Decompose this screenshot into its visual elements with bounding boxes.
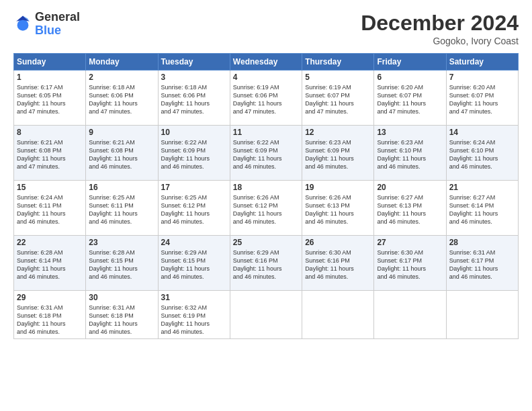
logo-icon <box>13 15 32 34</box>
day-number: 25 <box>233 238 299 247</box>
calendar-cell <box>374 291 446 339</box>
day-number: 19 <box>305 183 371 192</box>
calendar-header-row: SundayMondayTuesdayWednesdayThursdayFrid… <box>14 54 519 71</box>
header: General Blue December 2024 Gogoko, Ivory… <box>13 11 519 46</box>
logo-text: General Blue <box>35 11 80 38</box>
day-number: 22 <box>17 238 83 247</box>
cell-info: Sunrise: 6:24 AMSunset: 6:10 PMDaylight:… <box>449 139 498 170</box>
day-number: 10 <box>161 128 227 137</box>
day-number: 2 <box>89 73 154 82</box>
calendar-cell: 5Sunrise: 6:19 AMSunset: 6:07 PMDaylight… <box>302 71 374 126</box>
cell-info: Sunrise: 6:21 AMSunset: 6:08 PMDaylight:… <box>17 139 66 170</box>
cell-info: Sunrise: 6:18 AMSunset: 6:06 PMDaylight:… <box>161 84 210 115</box>
cell-info: Sunrise: 6:27 AMSunset: 6:13 PMDaylight:… <box>377 194 426 225</box>
cell-info: Sunrise: 6:22 AMSunset: 6:09 PMDaylight:… <box>233 139 282 170</box>
day-number: 9 <box>89 128 154 137</box>
day-number: 24 <box>161 238 227 247</box>
calendar-cell <box>446 291 518 339</box>
day-number: 28 <box>449 238 515 247</box>
day-header-thursday: Thursday <box>302 54 374 71</box>
calendar-cell: 23Sunrise: 6:28 AMSunset: 6:15 PMDayligh… <box>86 236 158 291</box>
calendar-cell: 15Sunrise: 6:24 AMSunset: 6:11 PMDayligh… <box>14 181 86 236</box>
day-number: 30 <box>89 293 154 302</box>
day-number: 7 <box>449 73 515 82</box>
day-number: 21 <box>449 183 515 192</box>
cell-info: Sunrise: 6:18 AMSunset: 6:06 PMDaylight:… <box>89 84 138 115</box>
cell-info: Sunrise: 6:32 AMSunset: 6:19 PMDaylight:… <box>161 304 210 335</box>
day-number: 5 <box>305 73 371 82</box>
day-number: 31 <box>161 293 227 302</box>
calendar-cell: 30Sunrise: 6:31 AMSunset: 6:18 PMDayligh… <box>86 291 158 339</box>
cell-info: Sunrise: 6:25 AMSunset: 6:12 PMDaylight:… <box>161 194 210 225</box>
logo-blue: Blue <box>35 24 80 38</box>
day-number: 8 <box>17 128 83 137</box>
day-header-friday: Friday <box>374 54 446 71</box>
day-number: 11 <box>233 128 299 137</box>
calendar-cell: 11Sunrise: 6:22 AMSunset: 6:09 PMDayligh… <box>230 126 302 181</box>
calendar-cell: 6Sunrise: 6:20 AMSunset: 6:07 PMDaylight… <box>374 71 446 126</box>
cell-info: Sunrise: 6:26 AMSunset: 6:13 PMDaylight:… <box>305 194 354 225</box>
cell-info: Sunrise: 6:25 AMSunset: 6:11 PMDaylight:… <box>89 194 138 225</box>
day-number: 6 <box>377 73 443 82</box>
calendar-cell <box>230 291 302 339</box>
calendar-cell: 21Sunrise: 6:27 AMSunset: 6:14 PMDayligh… <box>446 181 518 236</box>
cell-info: Sunrise: 6:29 AMSunset: 6:15 PMDaylight:… <box>161 249 210 280</box>
logo: General Blue <box>13 11 80 38</box>
cell-info: Sunrise: 6:24 AMSunset: 6:11 PMDaylight:… <box>17 194 66 225</box>
cell-info: Sunrise: 6:31 AMSunset: 6:18 PMDaylight:… <box>17 304 66 335</box>
subtitle: Gogoko, Ivory Coast <box>361 36 519 46</box>
calendar-cell: 4Sunrise: 6:19 AMSunset: 6:06 PMDaylight… <box>230 71 302 126</box>
calendar-cell: 17Sunrise: 6:25 AMSunset: 6:12 PMDayligh… <box>158 181 230 236</box>
calendar-cell: 7Sunrise: 6:20 AMSunset: 6:07 PMDaylight… <box>446 71 518 126</box>
cell-info: Sunrise: 6:30 AMSunset: 6:16 PMDaylight:… <box>305 249 354 280</box>
day-number: 12 <box>305 128 371 137</box>
cell-info: Sunrise: 6:23 AMSunset: 6:10 PMDaylight:… <box>377 139 426 170</box>
day-number: 17 <box>161 183 227 192</box>
cell-info: Sunrise: 6:19 AMSunset: 6:06 PMDaylight:… <box>233 84 282 115</box>
calendar-cell: 12Sunrise: 6:23 AMSunset: 6:09 PMDayligh… <box>302 126 374 181</box>
calendar-cell: 22Sunrise: 6:28 AMSunset: 6:14 PMDayligh… <box>14 236 86 291</box>
cell-info: Sunrise: 6:31 AMSunset: 6:18 PMDaylight:… <box>89 304 138 335</box>
calendar-cell: 16Sunrise: 6:25 AMSunset: 6:11 PMDayligh… <box>86 181 158 236</box>
page: General Blue December 2024 Gogoko, Ivory… <box>0 0 532 411</box>
calendar-cell: 2Sunrise: 6:18 AMSunset: 6:06 PMDaylight… <box>86 71 158 126</box>
calendar-cell <box>302 291 374 339</box>
day-number: 29 <box>17 293 83 302</box>
day-number: 18 <box>233 183 299 192</box>
day-number: 16 <box>89 183 154 192</box>
day-number: 4 <box>233 73 299 82</box>
cell-info: Sunrise: 6:22 AMSunset: 6:09 PMDaylight:… <box>161 139 210 170</box>
day-number: 23 <box>89 238 154 247</box>
calendar-cell: 20Sunrise: 6:27 AMSunset: 6:13 PMDayligh… <box>374 181 446 236</box>
calendar-cell: 13Sunrise: 6:23 AMSunset: 6:10 PMDayligh… <box>374 126 446 181</box>
calendar-cell: 28Sunrise: 6:31 AMSunset: 6:17 PMDayligh… <box>446 236 518 291</box>
cell-info: Sunrise: 6:30 AMSunset: 6:17 PMDaylight:… <box>377 249 426 280</box>
calendar-cell: 8Sunrise: 6:21 AMSunset: 6:08 PMDaylight… <box>14 126 86 181</box>
title-block: December 2024 Gogoko, Ivory Coast <box>361 11 519 46</box>
calendar-cell: 3Sunrise: 6:18 AMSunset: 6:06 PMDaylight… <box>158 71 230 126</box>
cell-info: Sunrise: 6:23 AMSunset: 6:09 PMDaylight:… <box>305 139 354 170</box>
cell-info: Sunrise: 6:17 AMSunset: 6:05 PMDaylight:… <box>17 84 66 115</box>
calendar-cell: 1Sunrise: 6:17 AMSunset: 6:05 PMDaylight… <box>14 71 86 126</box>
logo-general: General <box>35 11 80 24</box>
day-number: 27 <box>377 238 443 247</box>
day-number: 15 <box>17 183 83 192</box>
calendar-cell: 24Sunrise: 6:29 AMSunset: 6:15 PMDayligh… <box>158 236 230 291</box>
calendar-cell: 18Sunrise: 6:26 AMSunset: 6:12 PMDayligh… <box>230 181 302 236</box>
day-number: 14 <box>449 128 515 137</box>
day-number: 3 <box>161 73 227 82</box>
calendar: SundayMondayTuesdayWednesdayThursdayFrid… <box>13 53 519 339</box>
cell-info: Sunrise: 6:20 AMSunset: 6:07 PMDaylight:… <box>377 84 426 115</box>
calendar-cell: 26Sunrise: 6:30 AMSunset: 6:16 PMDayligh… <box>302 236 374 291</box>
cell-info: Sunrise: 6:20 AMSunset: 6:07 PMDaylight:… <box>449 84 498 115</box>
cell-info: Sunrise: 6:31 AMSunset: 6:17 PMDaylight:… <box>449 249 498 280</box>
cell-info: Sunrise: 6:29 AMSunset: 6:16 PMDaylight:… <box>233 249 282 280</box>
calendar-cell: 9Sunrise: 6:21 AMSunset: 6:08 PMDaylight… <box>86 126 158 181</box>
day-number: 26 <box>305 238 371 247</box>
cell-info: Sunrise: 6:27 AMSunset: 6:14 PMDaylight:… <box>449 194 498 225</box>
calendar-cell: 29Sunrise: 6:31 AMSunset: 6:18 PMDayligh… <box>14 291 86 339</box>
day-header-wednesday: Wednesday <box>230 54 302 71</box>
day-number: 13 <box>377 128 443 137</box>
day-header-tuesday: Tuesday <box>158 54 230 71</box>
day-number: 1 <box>17 73 83 82</box>
